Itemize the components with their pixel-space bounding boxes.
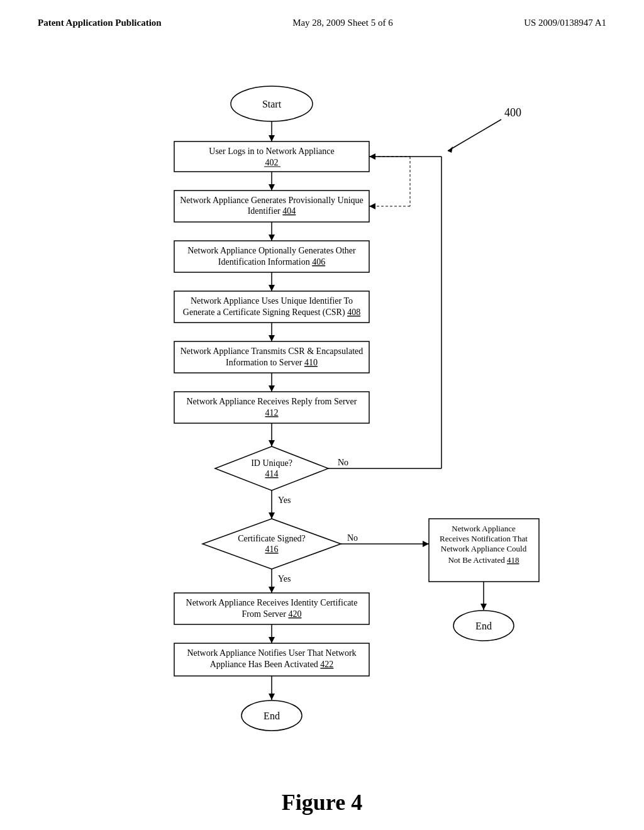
diagram-area: 400 Start User Logs in to Network Applia… [0, 35, 644, 783]
step420-text2: From Server 420 [242, 609, 302, 619]
step410-text1: Network Appliance Transmits CSR & Encaps… [180, 346, 363, 356]
svg-marker-10 [369, 203, 375, 209]
diamond414-question: ID Unique? [251, 458, 292, 468]
header-center: May 28, 2009 Sheet 5 of 6 [292, 18, 393, 28]
step406-text1: Network Appliance Optionally Generates O… [187, 246, 356, 255]
step412-text1: Network Appliance Receives Reply from Se… [187, 397, 357, 406]
step412-text2: 412 [265, 408, 279, 418]
diamond416 [203, 519, 341, 569]
diamond414-yes-label: Yes [278, 495, 291, 505]
svg-marker-24 [369, 153, 375, 160]
diamond414 [215, 446, 328, 490]
svg-marker-20 [269, 440, 275, 446]
svg-marker-36 [269, 694, 275, 700]
step410-text2: Information to Server 410 [226, 358, 318, 367]
diamond414-number: 414 [265, 469, 279, 479]
svg-marker-14 [269, 285, 275, 291]
step402-num: 402 [265, 158, 279, 167]
step418-text3: Network Appliance Could [441, 544, 527, 553]
diamond416-yes-label: Yes [278, 574, 291, 584]
svg-marker-1 [448, 147, 453, 153]
svg-marker-26 [269, 512, 275, 519]
svg-marker-32 [269, 587, 275, 593]
step418-text2: Receives Notification That [440, 534, 528, 543]
end2-label: End [475, 621, 492, 631]
step420-text1: Network Appliance Receives Identity Cert… [186, 598, 358, 607]
svg-marker-6 [269, 184, 275, 191]
step422-text2: Appliance Has Been Activated 422 [210, 660, 334, 669]
step422-text1: Network Appliance Notifies User That Net… [187, 648, 356, 658]
step418-text1: Network Appliance [452, 524, 516, 533]
end1-label: End [264, 711, 280, 721]
step408-text2: Generate a Certificate Signing Request (… [183, 307, 360, 318]
diamond414-no-label: No [338, 458, 348, 467]
step404-text2: Identifier 404 [248, 206, 296, 216]
header-left: Patent Application Publication [38, 18, 162, 28]
diamond416-no-label: No [347, 533, 358, 543]
svg-marker-28 [423, 541, 429, 547]
step418-text4: Not Be Activated 418 [448, 555, 519, 565]
header-right: US 2009/0138947 A1 [524, 18, 606, 28]
step404-text1: Network Appliance Generates Provisionall… [180, 196, 364, 205]
svg-marker-16 [269, 335, 275, 341]
svg-marker-34 [269, 637, 275, 643]
svg-line-0 [448, 119, 501, 151]
svg-marker-12 [269, 235, 275, 241]
step406-text2: Identification Information 406 [218, 257, 325, 267]
start-label: Start [262, 99, 282, 109]
diagram-number: 400 [504, 106, 521, 119]
diamond416-question: Certificate Signed? [238, 534, 306, 543]
diamond416-number: 416 [265, 545, 279, 554]
step408-text1: Network Appliance Uses Unique Identifier… [191, 296, 353, 306]
page-header: Patent Application Publication May 28, 2… [0, 0, 644, 35]
flowchart-svg: 400 Start User Logs in to Network Applia… [77, 47, 567, 770]
figure-label: Figure 4 [0, 789, 644, 830]
svg-marker-30 [480, 604, 487, 610]
svg-marker-18 [269, 385, 275, 392]
step402-text: User Logs in to Network Appliance [209, 147, 334, 156]
svg-marker-3 [269, 135, 275, 141]
